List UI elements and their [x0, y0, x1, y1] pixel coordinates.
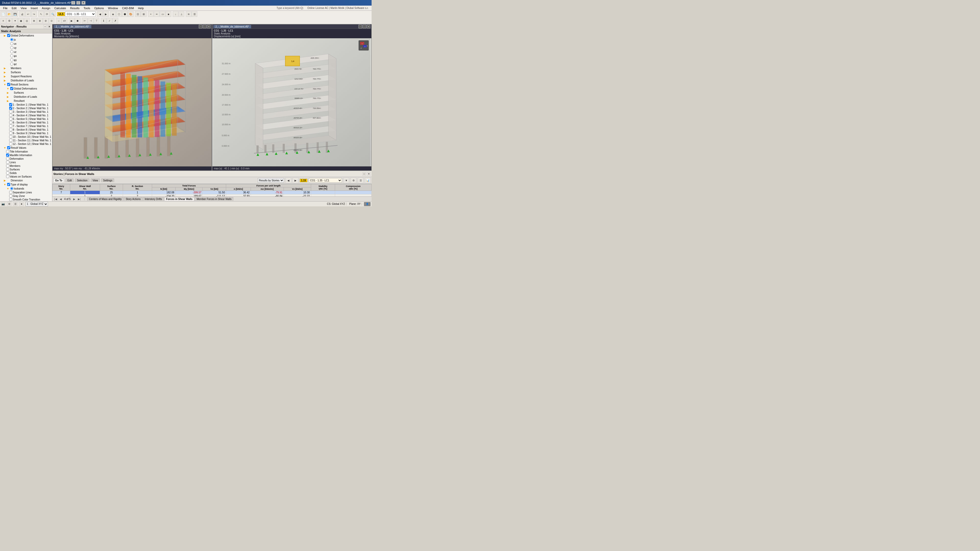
- nav-sect-7[interactable]: 7 - Section 7 | Shear Wall No. 1: [0, 124, 52, 128]
- status-icon-2[interactable]: ⚙: [7, 202, 11, 206]
- nav-s5-check[interactable]: [9, 118, 12, 121]
- tb-render[interactable]: 🎨: [128, 11, 134, 17]
- tb-next-result[interactable]: ▶: [103, 11, 109, 17]
- tb2-snap1[interactable]: ⊕: [31, 18, 37, 24]
- nav-rv-members[interactable]: Members: [0, 164, 52, 168]
- tb2-cut3[interactable]: ⊤: [94, 18, 99, 24]
- nav-rv-values-on-surf[interactable]: Values on Surfaces: [0, 175, 52, 178]
- nav-s1-check[interactable]: [9, 103, 12, 106]
- nav-smooth-color[interactable]: Smooth Color Transition: [0, 198, 52, 201]
- nav-tab-actions[interactable]: Story Actions: [124, 197, 142, 201]
- nav-phiy[interactable]: φy: [0, 58, 52, 62]
- nav-rv-solids[interactable]: Solids: [0, 171, 52, 175]
- tb2-check[interactable]: ✓: [107, 18, 112, 24]
- nav-s6-check[interactable]: [9, 121, 12, 124]
- nav-uz-radio[interactable]: [10, 50, 13, 53]
- nav-rs-gd-check[interactable]: [10, 87, 13, 90]
- tb-result-color[interactable]: ≋: [186, 11, 191, 17]
- nav-rs-surfaces[interactable]: ▶ Surfaces: [0, 91, 52, 95]
- nav-tab-com[interactable]: Centers of Mass and Rigidity: [87, 197, 124, 201]
- bp-settings-btn[interactable]: ⚙: [351, 178, 356, 183]
- tb-new[interactable]: 📄: [0, 11, 6, 17]
- nav-minimize-btn[interactable]: ─: [43, 25, 47, 28]
- tb2-tag[interactable]: 🏷: [62, 18, 67, 24]
- bp-tab-selection[interactable]: Selection: [75, 179, 89, 182]
- view-right-tab-label[interactable]: 2_-_Modèle_de_bâtiment.rf6*: [213, 25, 251, 28]
- results-by-combo[interactable]: Results by Stories: [258, 178, 284, 183]
- nav-sect-1[interactable]: 1 - Section 1 | Shear Wall No. 1: [0, 103, 52, 106]
- status-icon-1[interactable]: 📷: [1, 202, 5, 206]
- nav-phiz[interactable]: φz: [0, 62, 52, 66]
- tb2-cross[interactable]: ✗: [113, 18, 118, 24]
- nav-sect-2[interactable]: 2 - Section 2 | Shear Wall No. 1: [0, 106, 52, 110]
- nav-rvvs-check[interactable]: [6, 175, 9, 178]
- nav-uy-radio[interactable]: [10, 46, 13, 49]
- nav-sect-6[interactable]: 6 - Section 6 | Shear Wall No. 1: [0, 121, 52, 124]
- tb2-cut2[interactable]: ⊣: [88, 18, 94, 24]
- nav-phiy-radio[interactable]: [10, 59, 13, 62]
- nav-s4-check[interactable]: [9, 114, 12, 117]
- tb2-dim[interactable]: ↔: [56, 18, 62, 24]
- menu-edit[interactable]: Edit: [10, 6, 19, 10]
- bp-tab-settings[interactable]: Settings: [101, 179, 114, 182]
- bp-next[interactable]: ▶: [293, 178, 298, 183]
- nav-sep-lines[interactable]: Separation Lines: [0, 191, 52, 194]
- nav-sect-9[interactable]: 9 - Section 9 | Shear Wall No. 1: [0, 131, 52, 135]
- nav-sect-5[interactable]: 5 - Section 5 | Shear Wall No. 1: [0, 117, 52, 121]
- nav-members[interactable]: ▶ Members: [0, 66, 52, 70]
- bp-table-btn[interactable]: ☰: [358, 178, 363, 183]
- nav-title-info[interactable]: Title Information: [0, 150, 52, 153]
- nav-phix[interactable]: φx: [0, 54, 52, 58]
- bp-tab-goto[interactable]: Go To: [53, 179, 64, 182]
- nav-s9-check[interactable]: [9, 132, 12, 135]
- view-left-tab-label[interactable]: 2_-_Modèle_de_bâtiment.rf6*: [54, 25, 91, 28]
- tb-rotate[interactable]: ⟳: [44, 11, 50, 17]
- menu-window[interactable]: Window: [106, 6, 120, 10]
- nav-def-check[interactable]: [6, 157, 9, 160]
- view-right-close[interactable]: ✕: [367, 25, 370, 28]
- tb2-snap3[interactable]: ⊘: [43, 18, 48, 24]
- tb-prev-result[interactable]: ◀: [97, 11, 103, 17]
- tb-undo[interactable]: ↩: [25, 11, 31, 17]
- bp-tab-edit[interactable]: Edit: [65, 179, 73, 182]
- menu-help[interactable]: Help: [136, 6, 146, 10]
- bp-prev[interactable]: ◀: [286, 178, 291, 183]
- bp-close[interactable]: ✕: [367, 172, 371, 176]
- tb-support[interactable]: ⊥: [179, 11, 184, 17]
- bp-co-combo[interactable]: CO1 · 1.35 · LC1: [309, 178, 342, 183]
- tb-save[interactable]: 💾: [12, 11, 18, 17]
- nav-s10-check[interactable]: [9, 135, 12, 138]
- nav-sect-11[interactable]: 11 - Section 11 | Shear Wall No. 1: [0, 138, 52, 142]
- view-right-canvas[interactable]: 31.000 m 27.500 m 24.000 m 20.500 m 17.0…: [212, 38, 371, 166]
- nav-phix-radio[interactable]: [10, 54, 13, 57]
- nav-rvm-check[interactable]: [6, 164, 9, 167]
- nav-phiz-radio[interactable]: [10, 62, 13, 65]
- tb-3d-view[interactable]: ◈: [110, 11, 116, 17]
- tb2-info[interactable]: ℹ: [101, 18, 107, 24]
- page-last[interactable]: ▶|: [77, 198, 82, 200]
- tb-node[interactable]: •: [148, 11, 154, 17]
- view-select[interactable]: 1 · Global XYZ: [25, 202, 48, 206]
- minimize-button[interactable]: ─: [71, 1, 75, 5]
- tb2-cut1[interactable]: ⊢: [82, 18, 88, 24]
- nav-s3-check[interactable]: [9, 110, 12, 113]
- nav-s12-check[interactable]: [9, 142, 12, 145]
- menu-cad-bim[interactable]: CAD-BIM: [120, 6, 136, 10]
- nav-support-reactions[interactable]: ▶ Support Reactions: [0, 74, 52, 78]
- nav-gz-check[interactable]: [9, 194, 12, 197]
- nav-rs-global-def[interactable]: ▼ Global Deformations: [0, 86, 52, 91]
- tb2-1[interactable]: ≡: [0, 18, 6, 24]
- nav-result-values[interactable]: ▼ Result Values: [0, 146, 52, 150]
- tb2-5[interactable]: ◎: [24, 18, 30, 24]
- nav-ux-radio[interactable]: [10, 42, 13, 45]
- nav-sect-8[interactable]: 8 - Section 8 | Shear Wall No. 1: [0, 128, 52, 131]
- tb-wireframe[interactable]: ⬡: [116, 11, 122, 17]
- tb2-snap4[interactable]: ⊙: [49, 18, 54, 24]
- tb2-4[interactable]: ◉: [18, 18, 24, 24]
- nav-maxmin-info[interactable]: MaxMin Information: [0, 153, 52, 157]
- close-button[interactable]: ✕: [81, 1, 86, 5]
- nav-global-deformations[interactable]: ▶ Global Deformations: [0, 33, 52, 38]
- bp-tab-view[interactable]: View: [91, 179, 100, 182]
- nav-sect-4[interactable]: 4 - Section 4 | Shear Wall No. 1: [0, 114, 52, 117]
- tb-redo[interactable]: ↪: [31, 11, 37, 17]
